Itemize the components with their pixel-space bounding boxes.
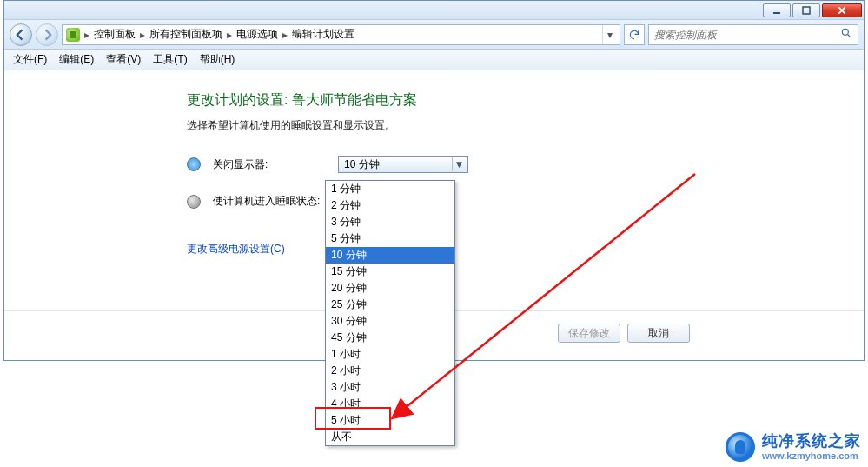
titlebar	[4, 1, 864, 20]
dropdown-option[interactable]: 25 分钟	[326, 297, 454, 313]
sleep-label: 使计算机进入睡眠状态:	[213, 194, 326, 209]
close-button[interactable]	[822, 3, 862, 17]
display-off-combo[interactable]: 10 分钟 ▼	[338, 156, 468, 173]
cancel-button[interactable]: 取消	[627, 324, 690, 343]
address-bar[interactable]: ▸ 控制面板 ▸ 所有控制面板项 ▸ 电源选项 ▸ 编辑计划设置 ▾	[62, 24, 620, 45]
chevron-right-icon: ▸	[83, 29, 90, 41]
row-turn-off-display: 关闭显示器: 10 分钟 ▼	[187, 156, 864, 173]
breadcrumb-item[interactable]: 电源选项	[236, 27, 278, 42]
address-dropdown-button[interactable]: ▾	[602, 25, 616, 44]
row-sleep: 使计算机进入睡眠状态:	[187, 194, 864, 209]
back-button[interactable]	[10, 23, 32, 46]
advanced-power-settings-link[interactable]: 更改高级电源设置(C)	[187, 242, 285, 257]
dropdown-option[interactable]: 5 小时	[326, 412, 454, 429]
breadcrumb-item[interactable]: 控制面板	[94, 27, 136, 42]
dropdown-option[interactable]: 15 分钟	[326, 264, 454, 280]
menu-view[interactable]: 查看(V)	[106, 52, 141, 67]
moon-icon	[187, 195, 201, 209]
dropdown-option[interactable]: 1 小时	[326, 346, 454, 363]
refresh-button[interactable]	[624, 24, 645, 45]
chevron-right-icon: ▸	[282, 29, 288, 41]
dropdown-option[interactable]: 1 分钟	[326, 181, 454, 197]
forward-button[interactable]	[36, 23, 58, 46]
watermark-logo-icon	[726, 432, 755, 462]
page-subtitle: 选择希望计算机使用的睡眠设置和显示设置。	[187, 118, 864, 133]
dropdown-option[interactable]: 5 分钟	[326, 230, 454, 247]
chevron-right-icon: ▸	[139, 29, 146, 41]
dropdown-option[interactable]: 4 小时	[326, 396, 454, 412]
chevron-right-icon: ▸	[226, 29, 233, 41]
dropdown-option[interactable]: 10 分钟	[326, 247, 454, 264]
control-panel-icon	[66, 28, 80, 42]
dropdown-option[interactable]: 从不	[326, 429, 454, 445]
menu-bar: 文件(F) 编辑(E) 查看(V) 工具(T) 帮助(H)	[4, 50, 864, 70]
monitor-icon	[187, 157, 201, 171]
chevron-down-icon: ▼	[452, 157, 466, 171]
combo-value: 10 分钟	[344, 157, 380, 172]
maximize-button[interactable]	[792, 3, 820, 17]
svg-rect-1	[803, 7, 810, 14]
breadcrumb-item[interactable]: 编辑计划设置	[292, 27, 354, 42]
search-icon[interactable]	[840, 27, 852, 42]
nav-row: ▸ 控制面板 ▸ 所有控制面板项 ▸ 电源选项 ▸ 编辑计划设置 ▾	[4, 20, 864, 50]
dropdown-option[interactable]: 30 分钟	[326, 313, 454, 330]
watermark-name: 纯净系统之家	[762, 433, 861, 450]
dropdown-option[interactable]: 2 分钟	[326, 197, 454, 214]
search-box[interactable]	[648, 24, 858, 45]
display-off-dropdown[interactable]: 1 分钟2 分钟3 分钟5 分钟10 分钟15 分钟20 分钟25 分钟30 分…	[325, 180, 455, 446]
menu-help[interactable]: 帮助(H)	[200, 52, 235, 67]
menu-file[interactable]: 文件(F)	[13, 52, 47, 67]
dropdown-option[interactable]: 3 分钟	[326, 214, 454, 230]
breadcrumb-item[interactable]: 所有控制面板项	[149, 27, 222, 42]
minimize-button[interactable]	[763, 3, 791, 17]
menu-tools[interactable]: 工具(T)	[153, 52, 187, 67]
dropdown-option[interactable]: 45 分钟	[326, 330, 454, 346]
menu-edit[interactable]: 编辑(E)	[59, 52, 94, 67]
search-input[interactable]	[654, 29, 828, 41]
display-off-label: 关闭显示器:	[213, 157, 326, 172]
dropdown-option[interactable]: 3 小时	[326, 379, 454, 396]
dropdown-option[interactable]: 2 小时	[326, 363, 454, 379]
watermark-url: www.kzmyhome.com	[762, 450, 861, 461]
svg-rect-0	[773, 12, 780, 14]
save-button[interactable]: 保存修改	[558, 324, 620, 343]
dropdown-option[interactable]: 20 分钟	[326, 280, 454, 297]
page-title: 更改计划的设置: 鲁大师节能省电方案	[187, 91, 864, 110]
svg-point-2	[842, 29, 848, 35]
watermark: 纯净系统之家 www.kzmyhome.com	[726, 432, 861, 462]
